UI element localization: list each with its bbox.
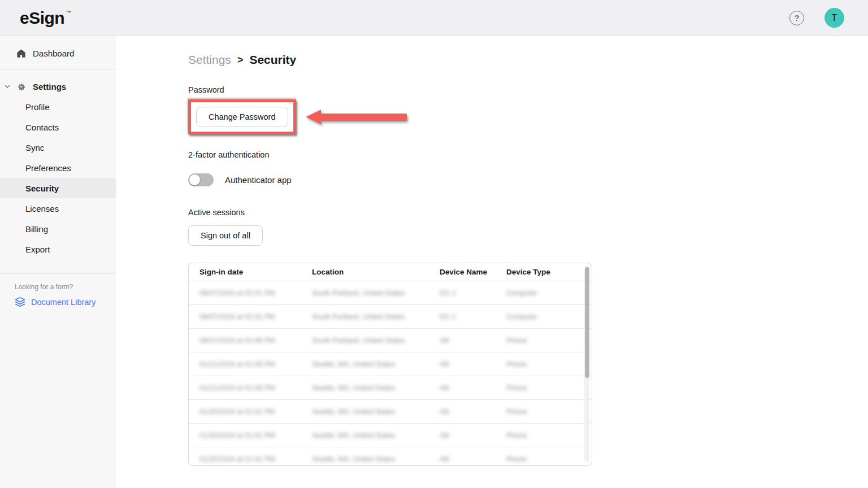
- sign-out-all-button[interactable]: Sign out of all: [188, 225, 263, 246]
- breadcrumb-security: Security: [249, 53, 296, 67]
- breadcrumb: Settings > Security: [188, 53, 868, 67]
- sidebar-item-settings[interactable]: Settings: [0, 76, 116, 97]
- table-row: 01/21/2024 at 01:06 PM Seattle, WA, Unit…: [189, 352, 592, 376]
- sidebar-item-sync[interactable]: Sync: [0, 137, 116, 158]
- help-icon[interactable]: ?: [789, 11, 804, 25]
- app-logo[interactable]: eSign ™: [20, 8, 71, 28]
- annotation-highlight-box: Change Password: [188, 99, 296, 134]
- logo-trademark: ™: [66, 10, 71, 16]
- document-library-link[interactable]: Document Library: [15, 297, 116, 307]
- sidebar-item-export[interactable]: Export: [0, 239, 116, 259]
- authenticator-toggle[interactable]: [188, 173, 214, 186]
- home-icon: [16, 49, 26, 58]
- sidebar-item-dashboard[interactable]: Dashboard: [0, 43, 116, 63]
- sidebar-item-preferences[interactable]: Preferences: [0, 158, 116, 178]
- gear-icon: [16, 82, 26, 91]
- avatar[interactable]: T: [824, 8, 844, 28]
- password-section-title: Password: [188, 85, 868, 94]
- table-row: 01/20/2024 at 01:41 PM Seattle, WA, Unit…: [189, 447, 592, 466]
- main-content: Settings > Security Password Change Pass…: [116, 36, 868, 488]
- logo-text: eSign: [20, 8, 64, 28]
- table-scrollbar-track[interactable]: [584, 266, 589, 461]
- column-header-signin-date: Sign-in date: [189, 268, 301, 276]
- table-row: 08/07/2024 at 02:31 PM South Portland, U…: [189, 281, 592, 305]
- authenticator-toggle-label: Authenticator app: [225, 175, 292, 185]
- document-library-label: Document Library: [31, 298, 96, 307]
- column-header-location: Location: [301, 268, 429, 276]
- layers-icon: [15, 297, 25, 307]
- sessions-section-title: Active sessions: [188, 208, 868, 217]
- twofa-section-title: 2-factor authentication: [188, 150, 868, 159]
- breadcrumb-settings[interactable]: Settings: [188, 53, 231, 67]
- sidebar-item-contacts[interactable]: Contacts: [0, 117, 116, 137]
- annotation-arrow-icon: [306, 110, 407, 124]
- toggle-knob: [189, 175, 200, 185]
- sidebar-item-label: Settings: [33, 82, 66, 91]
- column-header-device-name: Device Name: [429, 268, 496, 276]
- sidebar-divider: [0, 69, 116, 70]
- table-header-row: Sign-in date Location Device Name Device…: [189, 263, 592, 281]
- sidebar-footer-divider: [0, 273, 116, 274]
- table-row: 01/20/2024 at 01:41 PM Seattle, WA, Unit…: [189, 400, 592, 424]
- table-row: 08/07/2024 at 02:46 PM South Portland, U…: [189, 329, 592, 352]
- active-sessions-table: Sign-in date Location Device Name Device…: [188, 263, 592, 466]
- sidebar-item-licenses[interactable]: Licenses: [0, 198, 116, 219]
- table-row: 01/20/2024 at 01:41 PM Seattle, WA, Unit…: [189, 424, 592, 447]
- table-row: 01/21/2024 at 01:06 PM Seattle, WA, Unit…: [189, 376, 592, 400]
- sidebar-item-billing[interactable]: Billing: [0, 219, 116, 239]
- sidebar-item-label: Dashboard: [33, 49, 74, 58]
- form-prompt-text: Looking for a form?: [15, 283, 116, 291]
- sidebar-item-security[interactable]: Security: [0, 178, 116, 198]
- sidebar: Dashboard Settings Profile Contacts Sync…: [0, 36, 116, 488]
- chevron-down-icon[interactable]: [4, 83, 11, 90]
- breadcrumb-separator-icon: >: [237, 54, 244, 66]
- avatar-initial: T: [832, 13, 837, 23]
- change-password-button[interactable]: Change Password: [196, 107, 288, 127]
- table-row: 08/07/2024 at 02:31 PM South Portland, U…: [189, 305, 592, 329]
- app-header: eSign ™ ? T: [0, 0, 868, 36]
- table-scrollbar-thumb[interactable]: [585, 267, 589, 378]
- column-header-device-type: Device Type: [496, 268, 569, 276]
- sidebar-item-profile[interactable]: Profile: [0, 97, 116, 117]
